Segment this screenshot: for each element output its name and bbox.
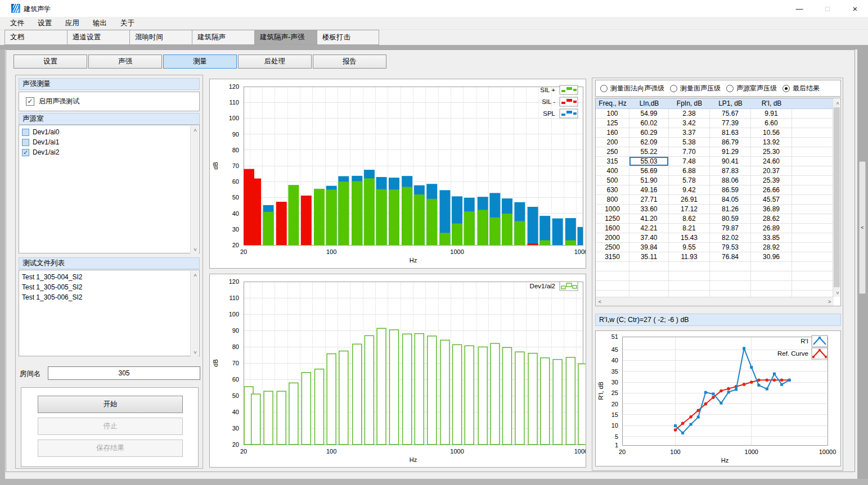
radio-option-1[interactable]: 测量面声压级 bbox=[670, 84, 721, 93]
table-cell[interactable]: 20.37 bbox=[751, 166, 792, 176]
table-cell[interactable] bbox=[792, 214, 834, 224]
table-cell[interactable] bbox=[596, 281, 629, 291]
table-cell[interactable] bbox=[792, 119, 834, 128]
table-cell[interactable]: 51.90 bbox=[629, 176, 669, 185]
table-cell[interactable]: 82.02 bbox=[710, 233, 751, 243]
table-cell[interactable] bbox=[629, 262, 669, 271]
minimize-button[interactable]: — bbox=[786, 0, 812, 17]
table-cell[interactable]: 7.48 bbox=[669, 157, 710, 166]
table-cell[interactable]: 62.09 bbox=[629, 138, 669, 147]
table-cell[interactable] bbox=[596, 271, 629, 281]
table-cell[interactable] bbox=[629, 271, 669, 281]
table-header-4[interactable]: R'I, dB bbox=[751, 98, 792, 109]
table-vscrollbar[interactable]: << bbox=[833, 99, 840, 297]
table-cell[interactable] bbox=[792, 262, 834, 271]
table-cell[interactable]: 37.40 bbox=[629, 233, 669, 243]
table-cell[interactable]: 8.21 bbox=[669, 224, 710, 233]
table-cell[interactable]: 77.39 bbox=[710, 119, 751, 128]
table-cell[interactable]: 86.59 bbox=[710, 185, 751, 195]
table-cell[interactable]: 2.38 bbox=[669, 109, 710, 119]
table-cell[interactable]: 15.43 bbox=[669, 233, 710, 243]
table-cell[interactable]: 80.59 bbox=[710, 214, 751, 224]
radio-option-0[interactable]: 测量面法向声强级 bbox=[600, 84, 664, 93]
table-cell[interactable]: 86.79 bbox=[710, 138, 751, 147]
table-cell[interactable]: 81.26 bbox=[710, 205, 751, 214]
menu-item-3[interactable]: 输出 bbox=[86, 17, 114, 30]
table-header-2[interactable]: FpIn, dB bbox=[669, 98, 710, 109]
table-cell[interactable] bbox=[710, 271, 751, 281]
table-cell[interactable]: 60.29 bbox=[629, 128, 669, 138]
table-cell[interactable]: 33.60 bbox=[629, 205, 669, 214]
main-tab-5[interactable]: 楼板打击 bbox=[317, 30, 379, 45]
radio-circle[interactable] bbox=[600, 85, 608, 92]
table-cell[interactable] bbox=[792, 271, 834, 281]
table-cell[interactable]: 79.87 bbox=[710, 224, 751, 233]
table-cell[interactable] bbox=[792, 185, 834, 195]
table-cell[interactable]: 28.92 bbox=[751, 243, 792, 252]
table-cell[interactable]: 35.11 bbox=[629, 252, 669, 262]
table-cell[interactable]: 79.53 bbox=[710, 243, 751, 252]
close-button[interactable]: × bbox=[842, 0, 868, 17]
sub-tab-1[interactable]: 声强 bbox=[88, 55, 162, 69]
table-cell[interactable] bbox=[792, 166, 834, 176]
table-cell[interactable]: 5.38 bbox=[669, 138, 710, 147]
sub-tab-4[interactable]: 报告 bbox=[313, 55, 386, 69]
table-cell[interactable]: 45.57 bbox=[751, 195, 792, 205]
radio-option-3[interactable]: 最后结果 bbox=[782, 84, 820, 93]
table-cell[interactable]: 500 bbox=[596, 176, 629, 185]
table-cell[interactable]: 60.02 bbox=[629, 119, 669, 128]
panel-collapse-handle[interactable]: < bbox=[859, 161, 866, 294]
table-cell[interactable] bbox=[792, 205, 834, 214]
file-item-0[interactable]: Test 1_305-004_SI2 bbox=[19, 272, 199, 282]
radio-option-2[interactable]: 声源室声压级 bbox=[726, 84, 777, 93]
main-tab-4[interactable]: 建筑隔声-声强 bbox=[254, 30, 317, 45]
menu-item-2[interactable]: 应用 bbox=[59, 17, 86, 30]
table-cell[interactable]: 9.55 bbox=[669, 243, 710, 252]
table-cell[interactable] bbox=[629, 281, 669, 291]
channel-row-2[interactable]: ✓Dev1/ai2 bbox=[19, 147, 199, 157]
table-cell[interactable]: 1000 bbox=[596, 205, 629, 214]
table-cell[interactable]: 39.84 bbox=[629, 243, 669, 252]
table-cell[interactable]: 1250 bbox=[596, 214, 629, 224]
table-cell[interactable] bbox=[710, 262, 751, 271]
table-cell[interactable] bbox=[751, 271, 792, 281]
table-cell[interactable] bbox=[792, 176, 834, 185]
table-cell[interactable] bbox=[710, 281, 751, 291]
table-cell[interactable]: 55.22 bbox=[629, 147, 669, 157]
room-name-input[interactable] bbox=[48, 366, 200, 380]
table-cell[interactable]: 26.66 bbox=[751, 185, 792, 195]
table-cell[interactable]: 1600 bbox=[596, 224, 629, 233]
table-cell[interactable]: 100 bbox=[596, 109, 629, 119]
table-cell[interactable]: 800 bbox=[596, 195, 629, 205]
table-cell[interactable]: 10.56 bbox=[751, 128, 792, 138]
radio-circle[interactable] bbox=[782, 85, 790, 92]
table-cell[interactable]: 3.42 bbox=[669, 119, 710, 128]
main-tab-1[interactable]: 通道设置 bbox=[67, 30, 129, 45]
table-cell[interactable] bbox=[792, 147, 834, 157]
channel-list-scrollbar[interactable]: < < bbox=[190, 126, 199, 253]
table-cell[interactable]: 26.91 bbox=[669, 195, 710, 205]
table-cell[interactable]: 25.39 bbox=[751, 176, 792, 185]
menu-item-1[interactable]: 设置 bbox=[31, 17, 59, 30]
table-cell[interactable]: 41.20 bbox=[629, 214, 669, 224]
table-cell[interactable] bbox=[792, 233, 834, 243]
channel-checkbox[interactable]: ✓ bbox=[22, 149, 29, 156]
table-cell[interactable] bbox=[792, 128, 834, 138]
main-tab-2[interactable]: 混响时间 bbox=[129, 30, 192, 45]
table-cell[interactable]: 315 bbox=[596, 157, 629, 166]
stop-button[interactable]: 停止 bbox=[38, 418, 183, 435]
table-cell[interactable]: 13.92 bbox=[751, 138, 792, 147]
table-cell[interactable] bbox=[751, 262, 792, 271]
table-cell[interactable] bbox=[669, 281, 710, 291]
table-cell[interactable]: 24.60 bbox=[751, 157, 792, 166]
table-cell[interactable]: 3.37 bbox=[669, 128, 710, 138]
table-cell[interactable]: 49.16 bbox=[629, 185, 669, 195]
save-results-button[interactable]: 保存结果 bbox=[38, 439, 183, 457]
enable-intensity-checkbox[interactable]: ✓ bbox=[26, 97, 34, 106]
file-item-1[interactable]: Test 1_305-005_SI2 bbox=[19, 282, 199, 292]
table-cell[interactable] bbox=[669, 271, 710, 281]
table-cell[interactable] bbox=[792, 195, 834, 205]
table-cell[interactable]: 2500 bbox=[596, 243, 629, 252]
table-cell[interactable] bbox=[596, 262, 629, 271]
table-cell[interactable]: 76.84 bbox=[710, 252, 751, 262]
